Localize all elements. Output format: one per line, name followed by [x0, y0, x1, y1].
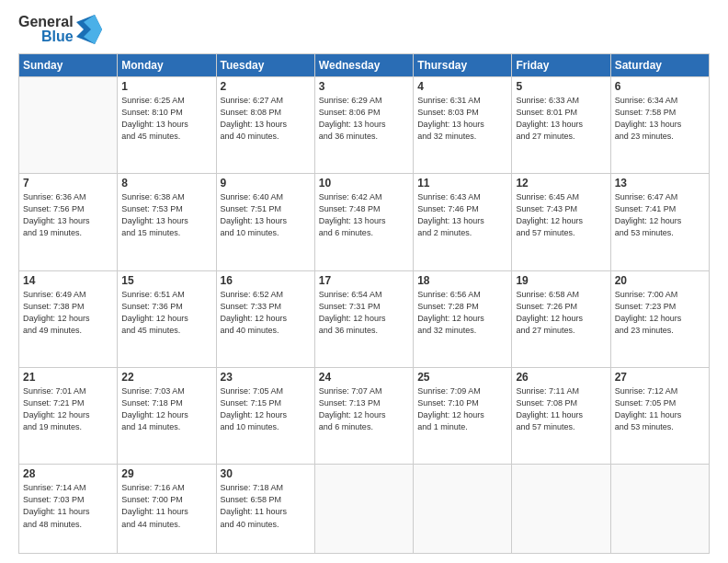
day-info: Sunrise: 7:11 AM Sunset: 7:08 PM Dayligh… [516, 385, 606, 433]
logo: General Blue [18, 15, 102, 44]
day-number: 24 [319, 371, 409, 384]
col-header-friday: Friday [512, 54, 610, 77]
day-info: Sunrise: 6:45 AM Sunset: 7:43 PM Dayligh… [516, 191, 606, 239]
calendar-cell: 6Sunrise: 6:34 AM Sunset: 7:58 PM Daylig… [610, 77, 709, 174]
col-header-thursday: Thursday [414, 54, 512, 77]
calendar-cell: 8Sunrise: 6:38 AM Sunset: 7:53 PM Daylig… [118, 174, 216, 270]
day-info: Sunrise: 6:29 AM Sunset: 8:06 PM Dayligh… [319, 95, 409, 143]
day-info: Sunrise: 6:56 AM Sunset: 7:28 PM Dayligh… [417, 289, 507, 337]
calendar-table: SundayMondayTuesdayWednesdayThursdayFrid… [18, 53, 710, 554]
day-number: 6 [615, 80, 705, 93]
day-number: 7 [23, 177, 113, 190]
day-info: Sunrise: 6:34 AM Sunset: 7:58 PM Dayligh… [615, 95, 705, 143]
day-number: 17 [319, 274, 409, 287]
day-number: 29 [121, 467, 211, 480]
day-info: Sunrise: 6:27 AM Sunset: 8:08 PM Dayligh… [221, 95, 311, 143]
calendar-cell: 17Sunrise: 6:54 AM Sunset: 7:31 PM Dayli… [314, 270, 413, 367]
day-number: 23 [221, 371, 311, 384]
col-header-tuesday: Tuesday [216, 54, 314, 77]
day-info: Sunrise: 7:12 AM Sunset: 7:05 PM Dayligh… [615, 385, 705, 433]
logo-general-label: General [18, 15, 74, 29]
calendar-cell: 3Sunrise: 6:29 AM Sunset: 8:06 PM Daylig… [314, 77, 413, 174]
day-number: 1 [121, 80, 211, 93]
day-number: 13 [615, 177, 705, 190]
calendar-cell: 4Sunrise: 6:31 AM Sunset: 8:03 PM Daylig… [414, 77, 512, 174]
header: General Blue [18, 15, 710, 44]
day-info: Sunrise: 6:52 AM Sunset: 7:33 PM Dayligh… [221, 289, 311, 337]
day-info: Sunrise: 6:54 AM Sunset: 7:31 PM Dayligh… [319, 289, 409, 337]
calendar-cell [414, 465, 512, 554]
page: General Blue SundayMondayTuesdayWednesda… [0, 0, 728, 563]
calendar-cell: 28Sunrise: 7:14 AM Sunset: 7:03 PM Dayli… [19, 465, 118, 554]
col-header-wednesday: Wednesday [314, 54, 413, 77]
calendar-cell [610, 465, 709, 554]
day-number: 30 [221, 467, 311, 480]
day-number: 12 [516, 177, 606, 190]
calendar-cell: 5Sunrise: 6:33 AM Sunset: 8:01 PM Daylig… [512, 77, 610, 174]
calendar-cell: 7Sunrise: 6:36 AM Sunset: 7:56 PM Daylig… [19, 174, 118, 270]
day-info: Sunrise: 6:38 AM Sunset: 7:53 PM Dayligh… [121, 191, 211, 239]
day-number: 5 [516, 80, 606, 93]
day-info: Sunrise: 6:43 AM Sunset: 7:46 PM Dayligh… [417, 191, 507, 239]
day-number: 11 [417, 177, 507, 190]
day-info: Sunrise: 7:16 AM Sunset: 7:00 PM Dayligh… [121, 482, 211, 530]
day-number: 26 [516, 371, 606, 384]
calendar-cell: 1Sunrise: 6:25 AM Sunset: 8:10 PM Daylig… [118, 77, 216, 174]
calendar-cell: 29Sunrise: 7:16 AM Sunset: 7:00 PM Dayli… [118, 465, 216, 554]
day-info: Sunrise: 6:47 AM Sunset: 7:41 PM Dayligh… [615, 191, 705, 239]
day-info: Sunrise: 7:14 AM Sunset: 7:03 PM Dayligh… [23, 482, 113, 530]
calendar-cell: 16Sunrise: 6:52 AM Sunset: 7:33 PM Dayli… [216, 270, 314, 367]
day-number: 20 [615, 274, 705, 287]
calendar-cell: 11Sunrise: 6:43 AM Sunset: 7:46 PM Dayli… [414, 174, 512, 270]
day-info: Sunrise: 7:00 AM Sunset: 7:23 PM Dayligh… [615, 289, 705, 337]
day-number: 10 [319, 177, 409, 190]
day-info: Sunrise: 6:58 AM Sunset: 7:26 PM Dayligh… [516, 289, 606, 337]
calendar-cell: 18Sunrise: 6:56 AM Sunset: 7:28 PM Dayli… [414, 270, 512, 367]
day-info: Sunrise: 7:07 AM Sunset: 7:13 PM Dayligh… [319, 385, 409, 433]
calendar-cell: 10Sunrise: 6:42 AM Sunset: 7:48 PM Dayli… [314, 174, 413, 270]
calendar-cell: 2Sunrise: 6:27 AM Sunset: 8:08 PM Daylig… [216, 77, 314, 174]
day-info: Sunrise: 6:36 AM Sunset: 7:56 PM Dayligh… [23, 191, 113, 239]
day-info: Sunrise: 6:49 AM Sunset: 7:38 PM Dayligh… [23, 289, 113, 337]
calendar-cell: 21Sunrise: 7:01 AM Sunset: 7:21 PM Dayli… [19, 368, 118, 465]
day-number: 15 [121, 274, 211, 287]
calendar-cell [512, 465, 610, 554]
calendar-cell: 14Sunrise: 6:49 AM Sunset: 7:38 PM Dayli… [19, 270, 118, 367]
logo-arrow-icon [76, 15, 102, 44]
col-header-monday: Monday [118, 54, 216, 77]
day-info: Sunrise: 6:31 AM Sunset: 8:03 PM Dayligh… [417, 95, 507, 143]
day-info: Sunrise: 7:03 AM Sunset: 7:18 PM Dayligh… [121, 385, 211, 433]
day-number: 14 [23, 274, 113, 287]
calendar-cell: 15Sunrise: 6:51 AM Sunset: 7:36 PM Dayli… [118, 270, 216, 367]
day-number: 9 [221, 177, 311, 190]
day-number: 22 [121, 371, 211, 384]
day-number: 27 [615, 371, 705, 384]
day-number: 16 [221, 274, 311, 287]
calendar-cell: 23Sunrise: 7:05 AM Sunset: 7:15 PM Dayli… [216, 368, 314, 465]
calendar-cell: 25Sunrise: 7:09 AM Sunset: 7:10 PM Dayli… [414, 368, 512, 465]
day-number: 25 [417, 371, 507, 384]
calendar-cell: 22Sunrise: 7:03 AM Sunset: 7:18 PM Dayli… [118, 368, 216, 465]
day-number: 28 [23, 467, 113, 480]
logo-blue-label: Blue [41, 29, 74, 44]
calendar-cell [19, 77, 118, 174]
day-number: 3 [319, 80, 409, 93]
day-info: Sunrise: 6:33 AM Sunset: 8:01 PM Dayligh… [516, 95, 606, 143]
calendar-cell: 9Sunrise: 6:40 AM Sunset: 7:51 PM Daylig… [216, 174, 314, 270]
calendar-cell: 12Sunrise: 6:45 AM Sunset: 7:43 PM Dayli… [512, 174, 610, 270]
calendar-cell: 20Sunrise: 7:00 AM Sunset: 7:23 PM Dayli… [610, 270, 709, 367]
day-info: Sunrise: 6:40 AM Sunset: 7:51 PM Dayligh… [221, 191, 311, 239]
day-info: Sunrise: 6:25 AM Sunset: 8:10 PM Dayligh… [121, 95, 211, 143]
day-number: 21 [23, 371, 113, 384]
col-header-sunday: Sunday [19, 54, 118, 77]
day-number: 2 [221, 80, 311, 93]
day-info: Sunrise: 6:42 AM Sunset: 7:48 PM Dayligh… [319, 191, 409, 239]
calendar-cell: 30Sunrise: 7:18 AM Sunset: 6:58 PM Dayli… [216, 465, 314, 554]
calendar-cell: 27Sunrise: 7:12 AM Sunset: 7:05 PM Dayli… [610, 368, 709, 465]
calendar-cell: 19Sunrise: 6:58 AM Sunset: 7:26 PM Dayli… [512, 270, 610, 367]
day-info: Sunrise: 7:18 AM Sunset: 6:58 PM Dayligh… [221, 482, 311, 530]
day-info: Sunrise: 7:01 AM Sunset: 7:21 PM Dayligh… [23, 385, 113, 433]
calendar-cell [314, 465, 413, 554]
day-info: Sunrise: 7:05 AM Sunset: 7:15 PM Dayligh… [221, 385, 311, 433]
calendar-cell: 13Sunrise: 6:47 AM Sunset: 7:41 PM Dayli… [610, 174, 709, 270]
